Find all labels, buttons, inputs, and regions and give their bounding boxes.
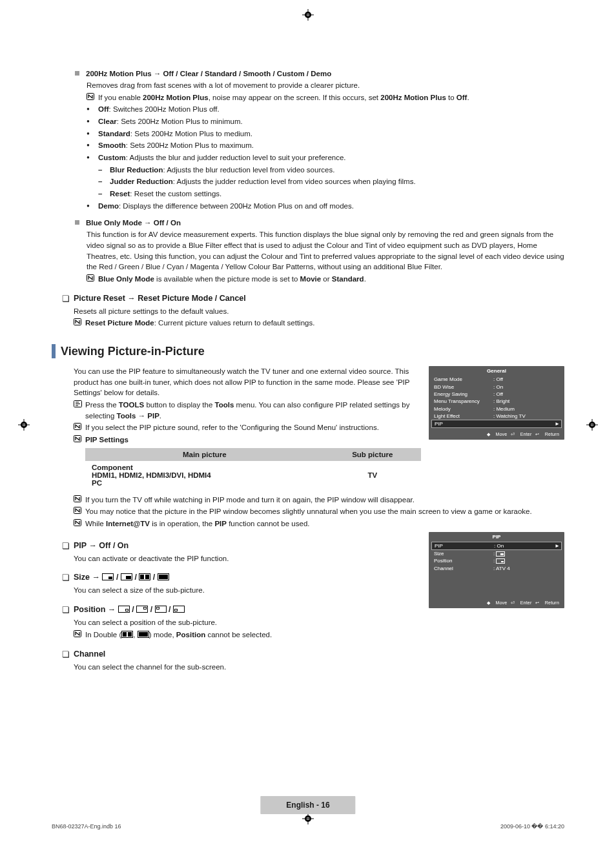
osd-key: BD Wise [434, 384, 493, 390]
osd-title: General [429, 366, 564, 376]
list-item: Clear: Sets 200Hz Motion Plus to minimum… [98, 116, 243, 127]
list-item: Standard: Sets 200Hz Motion Plus to medi… [98, 128, 252, 139]
size-option-small-br-icon [102, 573, 114, 580]
osd-footer: ◆ Move⏎ Enter↩ Return [429, 597, 564, 608]
dot-bullet-icon: ● [87, 152, 98, 163]
dash-bullet-icon: – [98, 189, 110, 199]
pip-settings-table: Main pictureSub picture Component HDMI1,… [85, 448, 421, 489]
position-bl-icon [173, 606, 185, 613]
note-text: If you enable 200Hz Motion Plus, noise m… [98, 92, 469, 103]
list-item: Demo: Displays the difference between 20… [98, 201, 354, 212]
osd-val: : Off [493, 391, 559, 397]
note-icon [87, 274, 98, 285]
crop-mark [42, 13, 43, 32]
osd-key: Energy Saving [434, 391, 493, 397]
position-glyph-icon [496, 558, 505, 564]
note-icon [74, 629, 85, 640]
heading-position: Position → / / / [74, 605, 185, 614]
position-tl-icon [155, 606, 167, 613]
square-bullet-icon [75, 71, 79, 76]
osd-val: : Off [493, 376, 559, 382]
position-br-icon [118, 606, 130, 613]
osd-highlight-row: PIP: On► [431, 542, 562, 550]
list-item: Off: Switches 200Hz Motion Plus off. [98, 104, 220, 115]
footer-timestamp: 2009-06-10 �� 6:14:20 [500, 823, 564, 830]
q-bullet-icon: ❏ [62, 541, 74, 551]
osd-val: : Watching TV [493, 413, 559, 419]
osd-key: Light Effect [434, 413, 493, 419]
osd-val: : [493, 558, 559, 564]
para: You can select a size of the sub-picture… [74, 585, 421, 596]
dash-bullet-icon: – [98, 165, 110, 176]
size-double-icon [138, 631, 149, 638]
list-item: Reset: Reset the custom settings. [110, 189, 221, 199]
dot-bullet-icon: ● [87, 116, 98, 127]
registration-mark-icon [586, 419, 598, 431]
osd-title: PIP [429, 532, 564, 542]
para: You can use the PIP feature to simultane… [74, 366, 421, 398]
note-text: In Double (, ) mode, Position cannot be … [85, 629, 272, 640]
note-icon [74, 318, 85, 329]
dot-bullet-icon: ● [87, 104, 98, 114]
note-text: If you turn the TV off while watching in… [85, 495, 415, 506]
para: You can activate or deactivate the PIP f… [74, 553, 421, 564]
q-bullet-icon: ❏ [62, 650, 74, 659]
osd-val: : ATV 4 [493, 566, 559, 571]
section-title: Viewing Picture-in-Picture [61, 345, 205, 358]
osd-val: : Bright [493, 398, 559, 404]
note-text: Press the TOOLS button to display the To… [85, 400, 421, 421]
osd-key: Size [434, 551, 493, 557]
table-cell: TV [324, 461, 421, 489]
osd-footer: ◆ Move⏎ Enter↩ Return [429, 428, 564, 440]
footer-filename: BN68-02327A-Eng.indb 16 [52, 823, 121, 830]
section-bar-icon [52, 344, 56, 358]
dot-bullet-icon: ● [87, 140, 98, 150]
osd-key: Game Mode [434, 376, 493, 382]
note-text: Blue Only Mode is available when the pic… [98, 274, 366, 285]
heading-channel: Channel [74, 650, 105, 659]
osd-val: : Medium [493, 406, 559, 412]
size-double-icon [121, 631, 133, 638]
osd-general: General Game Mode: Off BD Wise: On Energ… [429, 366, 564, 440]
list-item: Smooth: Sets 200Hz Motion Plus to maximu… [98, 140, 254, 151]
osd-key: Channel [434, 566, 493, 571]
note-text: While Internet@TV is in operation, the P… [85, 518, 309, 529]
tools-icon [74, 400, 85, 411]
para: Resets all picture settings to the defau… [74, 306, 564, 317]
osd-highlight-row: PIP► [431, 420, 562, 428]
table-header: Main picture [85, 448, 324, 461]
osd-val: : [493, 551, 559, 557]
arrow-right-icon: ► [555, 421, 560, 427]
list-item: Blur Reduction: Adjusts the blur reducti… [110, 165, 334, 176]
osd-key: Menu Transparency [434, 398, 493, 404]
note-text: Reset Picture Mode: Current picture valu… [85, 318, 314, 329]
q-bullet-icon: ❏ [62, 294, 74, 303]
dot-bullet-icon: ● [87, 201, 98, 211]
para: Removes drag from fast scenes with a lot… [87, 80, 564, 91]
dot-bullet-icon: ● [87, 128, 98, 139]
heading-pip-onoff: PIP → Off / On [74, 541, 128, 550]
registration-mark-icon [302, 9, 314, 21]
page-footer-badge: English - 16 [260, 796, 355, 814]
dash-bullet-icon: – [98, 176, 110, 187]
note-icon [74, 495, 85, 506]
note-icon [74, 518, 85, 529]
square-bullet-icon [75, 220, 79, 225]
note-text: If you select the PIP picture sound, ref… [85, 422, 379, 433]
note-text: PIP Settings [85, 435, 128, 445]
position-tr-icon [136, 606, 148, 613]
note-icon [74, 422, 85, 433]
size-option-double2-icon [158, 573, 169, 580]
note-text: You may notice that the picture in the P… [85, 506, 532, 517]
list-item: Custom: Adjusts the blur and judder redu… [98, 152, 346, 163]
table-cell: Component HDMI1, HDMI2, HDMI3/DVI, HDMI4… [85, 461, 324, 489]
para: This function is for AV device measureme… [87, 229, 564, 272]
note-icon [87, 92, 98, 103]
para: You can select the channel for the sub-s… [74, 662, 421, 673]
crop-mark [573, 13, 574, 32]
registration-mark-icon [18, 419, 30, 431]
list-item: Judder Reduction: Adjusts the judder red… [110, 176, 416, 187]
arrow-right-icon: ► [555, 543, 560, 549]
para: You can select a position of the sub-pic… [74, 617, 421, 628]
heading-picture-reset: Picture Reset → Reset Picture Mode / Can… [74, 294, 246, 303]
